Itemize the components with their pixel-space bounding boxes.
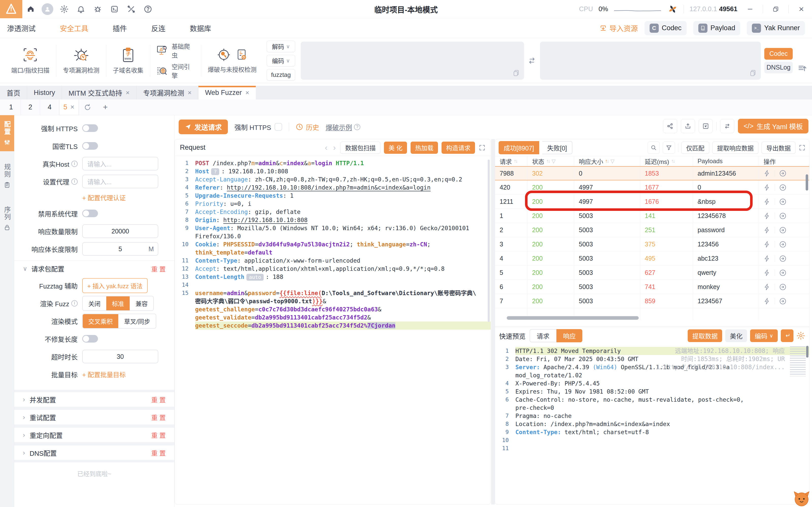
goto-detail-icon[interactable] (779, 240, 787, 248)
export-icon[interactable] (681, 119, 695, 133)
send-request-button[interactable]: 发送请求 (179, 119, 228, 134)
proxy-input[interactable]: 请输入... (82, 175, 158, 188)
preview-beautify-button[interactable]: 美化 (725, 329, 747, 342)
generate-yaml-button[interactable]: </>生成 Yaml 模板 (738, 119, 808, 133)
goto-detail-icon[interactable] (779, 198, 787, 206)
force-https-toggle[interactable] (82, 124, 98, 132)
editor-line[interactable]: 5Expires: Thu, 19 Nov 1981 08:52:00 GMT (495, 388, 809, 396)
notifications-bell-icon[interactable] (72, 0, 89, 18)
codec-side-tab[interactable]: Codec (764, 48, 793, 60)
fullscreen-icon[interactable] (478, 144, 486, 151)
editor-line[interactable]: 2Host?: 192.168.10.10:808 (175, 167, 491, 175)
fail-tab[interactable]: 失败[0] (542, 141, 573, 154)
goto-detail-icon[interactable] (779, 283, 787, 291)
response-viewer[interactable]: 1HTTP/1.1 302 Moved Temporarily2Date: Fr… (495, 345, 809, 503)
editor-line[interactable]: 3Server: Apache/2.4.39 (Win64) OpenSSL/1… (495, 363, 809, 371)
editor-line[interactable]: 11Content-Type: application/x-www-form-u… (175, 257, 491, 265)
yakit-mascot[interactable] (792, 490, 811, 506)
results-table-header[interactable]: 请求↑↓ 状态↑↓▽ 响应大小↑↓▽ 延迟(ms)↑↓ Payloads 操作 (495, 156, 809, 166)
minimize-button[interactable] (743, 2, 757, 16)
editor-line[interactable]: 13Content-Lengthauto: 188 (175, 273, 491, 281)
close-icon[interactable]: × (188, 89, 191, 97)
goto-detail-icon[interactable] (779, 170, 787, 177)
encode-dropdown-button[interactable]: 编码∨ (750, 329, 778, 342)
bug-report-icon[interactable] (89, 0, 106, 18)
editor-line[interactable]: 6Priority: u=0, i (175, 200, 491, 208)
preview-toggle[interactable]: 请求响应 (530, 329, 582, 342)
payload-button[interactable]: Payload (693, 21, 741, 35)
retry-bolt-icon[interactable] (763, 269, 771, 276)
editor-line[interactable]: 密码大字典\弱口令\passwd-top9000.txt)}}& (175, 297, 491, 305)
editor-line[interactable]: 7Pragma: no-cache (495, 412, 809, 420)
retry-bolt-icon[interactable] (763, 198, 771, 205)
editor-line[interactable]: 4X-Powered-By: PHP/5.4.45 (495, 379, 809, 388)
editor-line[interactable]: geetest_seccode=db2a995bd9113401cabf25ac… (175, 322, 491, 330)
menu-plugins[interactable]: 插件 (113, 23, 127, 33)
yak-logo[interactable] (0, 0, 22, 18)
editor-line[interactable]: geetest_challenge=c0c7c76d30bd3dcaefc96f… (175, 305, 491, 314)
copy-icon[interactable] (512, 69, 520, 77)
render-fuzz-segment[interactable]: 关闭标准兼容 (82, 296, 154, 311)
tool-brute-force[interactable]: 爆破与未授权检测 (201, 42, 263, 80)
collapse-panel-icon[interactable] (797, 63, 807, 73)
fuzztag-button[interactable]: fuzztag (267, 69, 295, 81)
hotload-button[interactable]: 热加载 (411, 142, 438, 154)
fuzzer-tab-4[interactable]: 4 (40, 100, 59, 115)
section-dns[interactable]: ›DNS配置重 置 (14, 445, 174, 460)
export-data-button[interactable]: 导出数据 (761, 142, 796, 154)
no-fix-length-toggle[interactable] (82, 335, 98, 343)
tools-icon[interactable] (123, 0, 139, 18)
section-concurrency[interactable]: ›并发配置重 置 (14, 392, 174, 407)
goto-detail-icon[interactable] (779, 297, 787, 305)
table-row[interactable]: 121120049971676&nbsp (495, 194, 809, 209)
close-icon[interactable]: × (245, 89, 249, 97)
tool-subdomain[interactable]: 子www. 子域名收集 (106, 42, 150, 80)
construct-request-button[interactable]: 构造请求 (442, 142, 475, 154)
retry-bolt-icon[interactable] (763, 241, 771, 248)
share-icon[interactable] (663, 119, 677, 133)
history-button[interactable]: 历史 (296, 122, 319, 132)
editor-line[interactable]: 12Accept: text/html,application/xhtml+xm… (175, 265, 491, 273)
preview-settings-gear-icon[interactable] (797, 331, 805, 340)
tool-basic-crawler[interactable]: x 基础爬虫 (156, 42, 195, 59)
newline-icon[interactable] (781, 329, 794, 342)
add-tab-icon[interactable]: + (97, 100, 114, 115)
swap-io-icon[interactable] (524, 56, 540, 65)
goto-detail-icon[interactable] (779, 269, 787, 277)
reset-button[interactable]: 重 置 (151, 395, 166, 404)
table-row[interactable]: 420200499716770 (495, 180, 809, 194)
tab-history[interactable]: History (27, 86, 62, 100)
rail-tab-sequence[interactable]: 序列 (0, 201, 14, 236)
response-scrollbar[interactable] (806, 346, 808, 357)
close-icon[interactable]: × (70, 103, 74, 111)
table-row[interactable]: 62005003741monkey (495, 280, 809, 294)
editor-line[interactable]: 3Accept-Language: zh-CN,zh;q=0.8,zh-TW;q… (175, 175, 491, 183)
retry-bolt-icon[interactable] (763, 212, 771, 220)
reset-button[interactable]: 重 置 (151, 264, 166, 273)
tool-vuln-detect[interactable]: 专项漏洞检测 (56, 42, 106, 80)
close-button[interactable]: × (794, 2, 808, 16)
preview-request-tab[interactable]: 请求 (530, 329, 557, 342)
fuzzer-tab-5[interactable]: 5× (59, 100, 79, 115)
request-config-section[interactable]: ∨ 请求包配置 重 置 (14, 260, 174, 277)
menu-database[interactable]: 数据库 (190, 23, 211, 33)
chevron-left-icon[interactable]: ‹ (324, 143, 329, 152)
timeout-input[interactable]: 30 (82, 350, 158, 363)
preview-response-tab[interactable]: 响应 (557, 329, 582, 342)
goto-detail-icon[interactable] (779, 212, 787, 220)
editor-line[interactable]: 15username=admin&password={{file:line(D:… (175, 289, 491, 297)
goto-detail-icon[interactable] (779, 226, 787, 234)
reset-button[interactable]: 重 置 (151, 430, 166, 440)
resp-count-input[interactable]: 20000 (82, 224, 158, 238)
rail-tab-rules[interactable]: 规则 (0, 158, 14, 194)
editor-line[interactable]: Firefox/136.0 (175, 232, 491, 240)
resp-size-input[interactable]: 5M (82, 242, 158, 256)
editor-line[interactable]: 10Cookie: PHPSESSID=dv3d64fu9a4p7u5l30ac… (175, 240, 491, 248)
settings-gear-icon[interactable] (56, 0, 72, 18)
filter-icon[interactable] (663, 142, 675, 154)
editor-line[interactable]: think_template=default (175, 248, 491, 257)
goto-detail-icon[interactable] (779, 255, 787, 262)
terminal-icon[interactable] (106, 0, 123, 18)
editor-line[interactable]: mod_log_rotate/1.02 (495, 371, 809, 379)
editor-line[interactable]: 1HTTP/1.1 302 Moved Temporarily (495, 347, 809, 355)
